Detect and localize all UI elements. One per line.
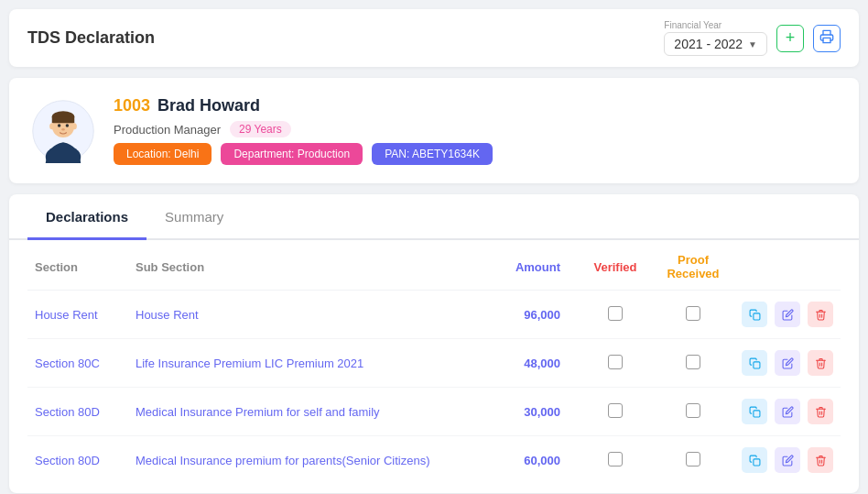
cell-section: House Rent [27, 291, 128, 339]
table-row: Section 80D Medical Insurance premium fo… [27, 436, 841, 485]
verified-checkbox[interactable] [608, 403, 623, 418]
svg-point-9 [72, 123, 77, 129]
employee-info: 1003 Brad Howard Production Manager 29 Y… [114, 96, 493, 165]
cell-proof-received [652, 388, 734, 436]
cell-subsection: Medical Insurance Premium for self and f… [128, 388, 496, 436]
edit-button[interactable] [775, 350, 800, 376]
svg-rect-14 [753, 361, 759, 368]
copy-button[interactable] [742, 350, 767, 376]
verified-checkbox[interactable] [608, 306, 623, 321]
svg-rect-16 [753, 458, 759, 465]
chevron-down-icon: ▼ [748, 39, 757, 49]
cell-subsection: Life Insurance Premium LIC Premium 2021 [128, 339, 496, 388]
add-button[interactable]: + [776, 25, 804, 52]
delete-button[interactable] [808, 447, 833, 473]
employee-role: Production Manager [114, 123, 221, 137]
cell-verified [579, 291, 652, 339]
cell-amount: 60,000 [496, 436, 579, 485]
financial-year-select[interactable]: 2021 - 2022 ▼ [664, 32, 767, 56]
cell-proof-received [652, 339, 734, 388]
delete-button[interactable] [808, 399, 833, 424]
financial-year-label: Financial Year [664, 20, 722, 30]
verified-checkbox[interactable] [608, 452, 623, 467]
svg-point-12 [61, 127, 65, 130]
svg-point-10 [58, 124, 61, 127]
location-tag: Location: Delhi [114, 143, 212, 165]
financial-year-group: Financial Year 2021 - 2022 ▼ [664, 20, 767, 56]
verified-checkbox[interactable] [608, 355, 623, 369]
proof-checkbox[interactable] [686, 452, 700, 467]
svg-rect-7 [52, 116, 75, 123]
cell-section: Section 80D [27, 436, 128, 485]
cell-proof-received [652, 436, 734, 485]
cell-verified [579, 436, 652, 485]
employee-id: 1003 [114, 96, 150, 115]
cell-actions [734, 436, 841, 485]
edit-button[interactable] [775, 399, 800, 424]
tab-bar: Declarations Summary [9, 194, 859, 240]
cell-actions [734, 291, 841, 339]
header-controls: Financial Year 2021 - 2022 ▼ + [664, 20, 841, 56]
main-card: Declarations Summary Section Sub Section… [9, 194, 859, 493]
cell-subsection: House Rent [128, 291, 496, 339]
tab-summary[interactable]: Summary [146, 194, 242, 240]
svg-point-8 [49, 123, 54, 129]
tab-declarations[interactable]: Declarations [27, 194, 146, 240]
header-sub-section: Sub Section [128, 240, 496, 291]
employee-name-row: 1003 Brad Howard [114, 96, 493, 115]
employee-name: Brad Howard [157, 96, 260, 115]
avatar [31, 99, 95, 163]
printer-icon [819, 29, 834, 47]
edit-button[interactable] [775, 447, 800, 473]
cell-subsection: Medical Insurance premium for parents(Se… [128, 436, 496, 485]
declarations-table-wrapper: Section Sub Section Amount Verified Proo… [9, 240, 859, 493]
svg-rect-13 [753, 313, 759, 319]
proof-checkbox[interactable] [686, 403, 700, 418]
page-title: TDS Declaration [27, 28, 155, 48]
table-row: House Rent House Rent 96,000 [27, 291, 841, 339]
table-row: Section 80C Life Insurance Premium LIC P… [27, 339, 841, 388]
delete-button[interactable] [808, 302, 833, 327]
declarations-table: Section Sub Section Amount Verified Proo… [27, 240, 841, 484]
cell-verified [579, 339, 652, 388]
department-tag: Department: Production [221, 143, 363, 165]
print-button[interactable] [813, 25, 841, 52]
cell-amount: 96,000 [496, 291, 579, 339]
cell-actions [734, 388, 841, 436]
delete-button[interactable] [808, 350, 833, 376]
header-actions [734, 240, 841, 291]
svg-point-11 [66, 124, 70, 127]
header-proof-received: Proof Received [652, 240, 734, 291]
header-verified: Verified [579, 240, 652, 291]
pan-tag: PAN: ABETY1634K [372, 143, 493, 165]
copy-button[interactable] [742, 399, 767, 424]
page-header: TDS Declaration Financial Year 2021 - 20… [9, 9, 859, 67]
proof-checkbox[interactable] [686, 355, 700, 369]
cell-amount: 30,000 [496, 388, 579, 436]
financial-year-value: 2021 - 2022 [674, 37, 743, 51]
cell-section: Section 80C [27, 339, 128, 388]
cell-verified [579, 388, 652, 436]
header-section: Section [27, 240, 128, 291]
proof-checkbox[interactable] [686, 306, 700, 321]
table-row: Section 80D Medical Insurance Premium fo… [27, 388, 841, 436]
employee-role-row: Production Manager 29 Years [114, 121, 493, 137]
svg-rect-15 [753, 410, 759, 416]
years-badge: 29 Years [230, 121, 291, 137]
tags-row: Location: Delhi Department: Production P… [114, 143, 493, 165]
svg-rect-0 [823, 38, 830, 42]
cell-section: Section 80D [27, 388, 128, 436]
edit-button[interactable] [775, 302, 800, 327]
employee-card: 1003 Brad Howard Production Manager 29 Y… [9, 78, 859, 183]
copy-button[interactable] [742, 447, 767, 473]
cell-proof-received [652, 291, 734, 339]
copy-button[interactable] [742, 302, 767, 327]
plus-icon: + [786, 28, 796, 48]
cell-amount: 48,000 [496, 339, 579, 388]
header-amount: Amount [496, 240, 579, 291]
cell-actions [734, 339, 841, 388]
